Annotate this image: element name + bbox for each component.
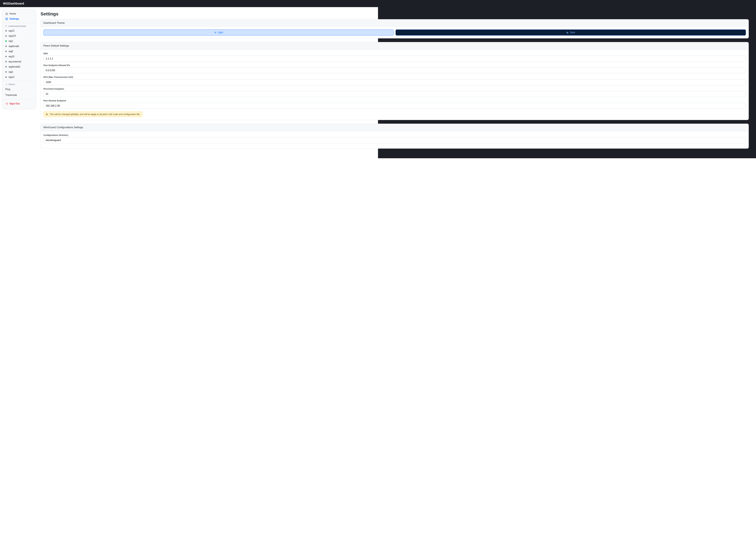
config-item[interactable]: wgdonald1 [3,64,35,70]
nav-settings-label: Settings [10,17,19,20]
config-item-label: wg12 [9,76,14,79]
endpoint-alert: This will be changed globally, and will … [43,111,143,117]
sidebar-tools-header: TOOLS [3,82,35,87]
theme-dark-button[interactable]: Dark [395,29,746,35]
config-item[interactable]: wgdonald [3,44,35,49]
svg-point-1 [215,32,216,33]
config-item-label: wg123 [9,35,16,37]
signout-label: Sign Out [10,102,20,105]
moon-icon [566,31,569,34]
nav-settings[interactable]: Settings [3,16,35,21]
status-dot [5,61,7,62]
card-peers: Peers Default Settings DNS Peer Endpoint… [40,42,749,120]
allowed-ips-input[interactable] [43,67,746,74]
theme-light-button[interactable]: Light [43,29,394,35]
config-item-label: wg-external [9,60,21,63]
logout-icon [5,102,8,105]
endpoint-alert-text: This will be changed globally, and will … [49,113,140,116]
sidebar-configs-header: CONFIGURATIONS [3,24,35,28]
page-title: Settings [40,11,749,16]
status-dot [5,76,7,78]
keepalive-label: Persistent Keepalive [43,88,746,90]
home-icon [5,12,8,15]
config-item[interactable]: wg123 [3,33,35,38]
config-item-label: wg10 [9,55,14,58]
card-wg-body: Configurations Directory [41,131,749,148]
card-wg: WireGuard Configurations Settings Config… [40,124,749,149]
nav-home-label: Home [10,12,16,15]
allowed-ips-label: Peer Endpoint Allowed IPs [43,64,746,66]
mtu-input[interactable] [43,79,746,85]
gear-icon [5,17,8,20]
status-dot [5,56,7,57]
card-wg-header: WireGuard Configurations Settings [41,124,749,131]
dns-label: DNS [43,52,746,55]
mtu-label: MTU (Max Transmission Unit) [43,76,746,78]
config-item[interactable]: wg10 [3,54,35,59]
warning-icon [46,113,48,116]
status-dot [5,71,7,73]
flag-icon [5,25,7,27]
config-item-label: wgdonald [9,45,19,47]
signout[interactable]: Sign Out [3,101,35,107]
theme-dark-label: Dark [570,31,575,34]
layout: Home Settings CONFIGURATIONS wg13wg123wg… [0,7,756,158]
config-item[interactable]: wg1 [3,38,35,44]
status-dot [5,45,7,47]
sidebar-configs-list: wg13wg123wg1wgdonaldwg0wg10wg-externalwg… [3,28,35,80]
status-dot [5,66,7,67]
status-dot [5,40,7,42]
endpoint-label: Peer Remote Endpoint [43,100,746,102]
theme-light-label: Light [218,31,223,34]
config-item-label: wg13 [9,29,14,32]
dns-input[interactable] [43,55,746,62]
config-item-label: wg2 [9,71,13,73]
config-item[interactable]: wg2 [3,70,35,75]
sun-icon [214,31,217,34]
status-dot [5,30,7,32]
config-item[interactable]: wg12 [3,75,35,80]
main: Settings Dashboard Theme Light Dark Peer… [38,7,756,158]
config-item[interactable]: wg13 [3,28,35,33]
nav-home[interactable]: Home [3,11,35,16]
config-item[interactable]: wg-external [3,59,35,64]
config-item-label: wg0 [9,50,13,53]
status-dot [5,51,7,52]
tools-icon [5,84,7,86]
config-item-label: wg1 [9,40,13,42]
theme-buttons: Light Dark [43,29,746,35]
card-peers-header: Peers Default Settings [41,42,749,49]
card-theme-header: Dashboard Theme [41,19,749,27]
card-peers-body: DNS Peer Endpoint Allowed IPs MTU (Max T… [41,49,749,120]
config-item[interactable]: wg0 [3,49,35,54]
app-title: WGDashboard [3,2,24,5]
endpoint-input[interactable] [43,103,746,109]
conf-dir-input[interactable] [43,137,746,143]
conf-dir-label: Configurations Directory [43,134,746,136]
tool-traceroute[interactable]: Traceroute [3,92,35,98]
tool-ping[interactable]: Ping [3,87,35,92]
svg-point-0 [6,19,7,19]
card-theme-body: Light Dark [41,27,749,38]
card-theme: Dashboard Theme Light Dark [40,19,749,38]
sidebar: Home Settings CONFIGURATIONS wg13wg123wg… [2,9,36,109]
config-item-label: wgdonald1 [9,65,20,68]
navbar: WGDashboard [0,0,756,7]
keepalive-input[interactable] [43,91,746,97]
status-dot [5,35,7,37]
